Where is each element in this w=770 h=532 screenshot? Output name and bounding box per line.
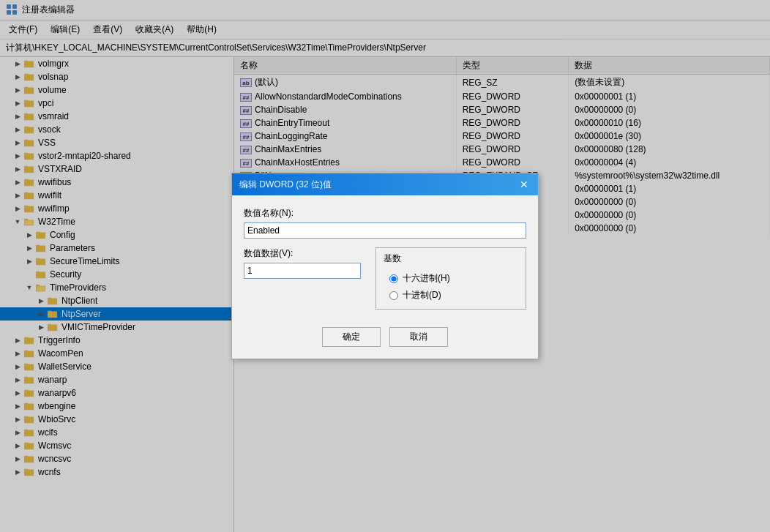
dialog-close-button[interactable]: ✕ (517, 178, 531, 191)
dialog-title: 编辑 DWORD (32 位)值 (239, 179, 332, 191)
radio-hex-item[interactable]: 十六进制(H) (389, 272, 512, 285)
radio-group: 十六进制(H) 十进制(D) (384, 269, 518, 304)
base-group: 基数 十六进制(H) 十进制(D) (375, 247, 526, 310)
dialog-overlay: 编辑 DWORD (32 位)值 ✕ 数值名称(N): 数值数据(V): 基数 (0, 0, 770, 532)
edit-dword-dialog: 编辑 DWORD (32 位)值 ✕ 数值名称(N): 数值数据(V): 基数 (231, 173, 539, 359)
ok-button[interactable]: 确定 (322, 327, 381, 347)
name-input[interactable] (244, 222, 526, 239)
value-group: 数值数据(V): (244, 247, 361, 288)
value-label: 数值数据(V): (244, 247, 361, 260)
radio-dec[interactable] (389, 291, 398, 300)
value-input[interactable] (244, 263, 360, 278)
radio-hex-label: 十六进制(H) (403, 272, 450, 285)
dialog-body: 数值名称(N): 数值数据(V): 基数 十六 (232, 195, 538, 321)
radio-dec-item[interactable]: 十进制(D) (389, 289, 512, 301)
dialog-buttons: 确定 取消 (232, 321, 538, 359)
cancel-button[interactable]: 取消 (389, 327, 448, 347)
value-input-container[interactable] (244, 263, 361, 279)
dialog-titlebar: 编辑 DWORD (32 位)值 ✕ (232, 173, 538, 195)
radio-dec-label: 十进制(D) (403, 289, 441, 301)
dialog-row: 数值数据(V): 基数 十六进制(H) (244, 247, 526, 310)
name-label: 数值名称(N): (244, 207, 526, 220)
radio-hex[interactable] (389, 274, 398, 283)
base-label: 基数 (384, 252, 518, 265)
